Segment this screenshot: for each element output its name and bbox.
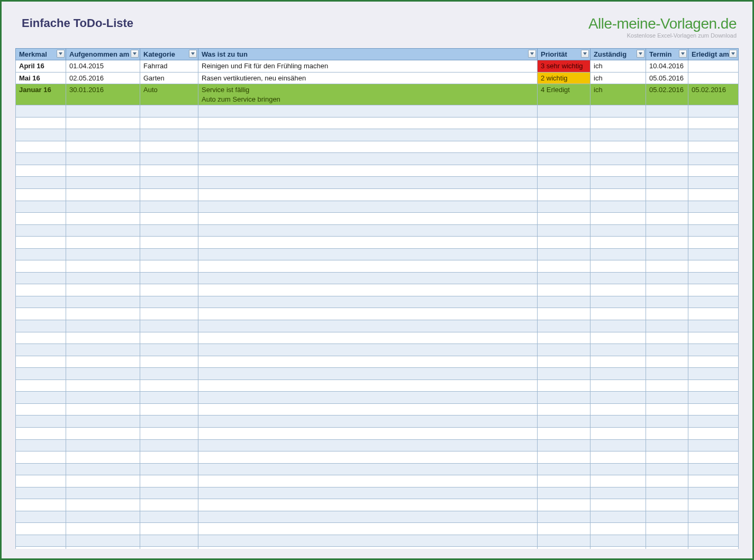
empty-cell[interactable] xyxy=(66,129,140,141)
empty-cell[interactable] xyxy=(198,129,538,141)
empty-cell[interactable] xyxy=(538,201,591,213)
empty-cell[interactable] xyxy=(16,201,66,213)
empty-cell[interactable] xyxy=(140,308,198,320)
empty-cell[interactable] xyxy=(688,284,739,296)
empty-cell[interactable] xyxy=(646,547,688,549)
empty-cell[interactable] xyxy=(198,344,538,356)
empty-cell[interactable] xyxy=(646,487,688,499)
empty-cell[interactable] xyxy=(688,248,739,260)
empty-cell[interactable] xyxy=(688,189,739,201)
empty-cell[interactable] xyxy=(538,117,591,129)
empty-cell[interactable] xyxy=(591,392,646,404)
col-header-merkmal[interactable]: Merkmal xyxy=(16,49,66,60)
empty-cell[interactable] xyxy=(538,344,591,356)
cell-erledigt[interactable]: 05.02.2016 xyxy=(688,84,739,105)
empty-cell[interactable] xyxy=(140,201,198,213)
empty-cell[interactable] xyxy=(16,129,66,141)
empty-cell[interactable] xyxy=(646,475,688,487)
empty-cell[interactable] xyxy=(198,189,538,201)
empty-cell[interactable] xyxy=(140,487,198,499)
empty-cell[interactable] xyxy=(66,511,140,523)
col-header-zustaendig[interactable]: Zuständig xyxy=(591,49,646,60)
table-row[interactable] xyxy=(16,427,739,439)
empty-cell[interactable] xyxy=(16,535,66,547)
empty-cell[interactable] xyxy=(140,105,198,118)
empty-cell[interactable] xyxy=(198,272,538,284)
empty-cell[interactable] xyxy=(198,511,538,523)
empty-cell[interactable] xyxy=(140,463,198,475)
empty-cell[interactable] xyxy=(688,153,739,165)
empty-cell[interactable] xyxy=(688,177,739,189)
empty-cell[interactable] xyxy=(646,439,688,451)
table-row[interactable] xyxy=(16,547,739,549)
empty-cell[interactable] xyxy=(66,487,140,499)
empty-cell[interactable] xyxy=(140,165,198,177)
empty-cell[interactable] xyxy=(688,356,739,368)
empty-cell[interactable] xyxy=(538,499,591,511)
empty-cell[interactable] xyxy=(646,332,688,344)
empty-cell[interactable] xyxy=(16,237,66,249)
empty-cell[interactable] xyxy=(140,117,198,129)
cell-prio[interactable]: 3 sehr wichtig xyxy=(538,60,591,73)
empty-cell[interactable] xyxy=(591,356,646,368)
empty-cell[interactable] xyxy=(688,403,739,416)
table-row[interactable] xyxy=(16,272,739,284)
empty-cell[interactable] xyxy=(16,189,66,201)
empty-cell[interactable] xyxy=(66,284,140,296)
empty-cell[interactable] xyxy=(140,403,198,416)
empty-cell[interactable] xyxy=(646,308,688,320)
cell-erledigt[interactable] xyxy=(688,60,739,73)
empty-cell[interactable] xyxy=(140,439,198,451)
empty-cell[interactable] xyxy=(66,356,140,368)
empty-cell[interactable] xyxy=(140,427,198,439)
empty-cell[interactable] xyxy=(16,511,66,523)
empty-cell[interactable] xyxy=(538,380,591,392)
empty-cell[interactable] xyxy=(538,511,591,523)
table-row[interactable] xyxy=(16,499,739,511)
empty-cell[interactable] xyxy=(16,141,66,153)
empty-cell[interactable] xyxy=(538,523,591,535)
table-row[interactable] xyxy=(16,487,739,499)
empty-cell[interactable] xyxy=(198,499,538,511)
empty-cell[interactable] xyxy=(198,535,538,547)
empty-cell[interactable] xyxy=(198,463,538,475)
empty-cell[interactable] xyxy=(140,451,198,464)
col-header-was[interactable]: Was ist zu tun xyxy=(198,49,538,60)
empty-cell[interactable] xyxy=(140,248,198,260)
empty-cell[interactable] xyxy=(591,475,646,487)
cell-was[interactable]: Service ist fällig Auto zum Service brin… xyxy=(198,84,538,105)
empty-cell[interactable] xyxy=(688,523,739,535)
empty-cell[interactable] xyxy=(198,153,538,165)
empty-cell[interactable] xyxy=(140,356,198,368)
empty-cell[interactable] xyxy=(140,523,198,535)
empty-cell[interactable] xyxy=(198,523,538,535)
empty-cell[interactable] xyxy=(688,380,739,392)
table-row[interactable] xyxy=(16,117,739,129)
empty-cell[interactable] xyxy=(591,439,646,451)
empty-cell[interactable] xyxy=(140,320,198,332)
table-row[interactable] xyxy=(16,535,739,547)
empty-cell[interactable] xyxy=(198,141,538,153)
empty-cell[interactable] xyxy=(66,237,140,249)
empty-cell[interactable] xyxy=(66,451,140,464)
empty-cell[interactable] xyxy=(646,463,688,475)
cell-zust[interactable]: ich xyxy=(591,60,646,73)
empty-cell[interactable] xyxy=(198,475,538,487)
empty-cell[interactable] xyxy=(538,105,591,118)
empty-cell[interactable] xyxy=(198,296,538,308)
empty-cell[interactable] xyxy=(198,427,538,439)
table-row[interactable] xyxy=(16,463,739,475)
empty-cell[interactable] xyxy=(66,368,140,380)
empty-cell[interactable] xyxy=(538,213,591,225)
empty-cell[interactable] xyxy=(66,403,140,416)
empty-cell[interactable] xyxy=(140,296,198,308)
empty-cell[interactable] xyxy=(646,105,688,118)
cell-kat[interactable]: Fahrrad xyxy=(140,60,198,73)
empty-cell[interactable] xyxy=(16,248,66,260)
empty-cell[interactable] xyxy=(688,213,739,225)
empty-cell[interactable] xyxy=(140,332,198,344)
empty-cell[interactable] xyxy=(591,117,646,129)
empty-cell[interactable] xyxy=(538,272,591,284)
empty-cell[interactable] xyxy=(538,356,591,368)
empty-cell[interactable] xyxy=(66,499,140,511)
